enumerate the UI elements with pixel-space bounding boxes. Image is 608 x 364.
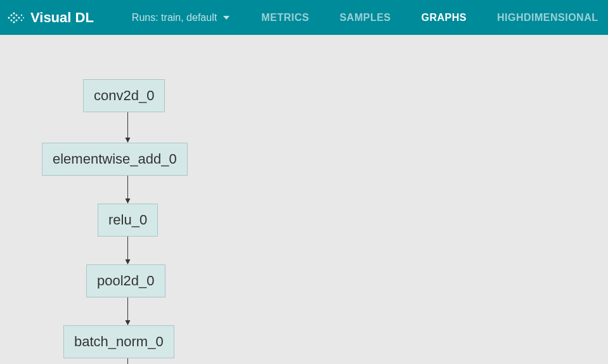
graph-node-elementwise_add_0[interactable]: elementwise_add_0: [42, 143, 188, 176]
graph-edge: [127, 297, 128, 320]
logo[interactable]: Visual DL: [6, 8, 94, 27]
svg-point-1: [11, 14, 13, 16]
graph-node-batch_norm_0[interactable]: batch_norm_0: [63, 325, 174, 358]
arrowhead-icon: [126, 198, 131, 204]
svg-point-3: [13, 12, 15, 14]
arrowhead-icon: [126, 259, 131, 264]
svg-point-8: [18, 16, 20, 18]
svg-point-5: [13, 21, 15, 23]
graph-node-relu_0[interactable]: relu_0: [98, 204, 158, 237]
svg-point-9: [21, 14, 22, 15]
runs-selector[interactable]: Runs: train, default: [132, 12, 230, 23]
graph-edge: [127, 176, 128, 198]
graph-node-conv2d_0[interactable]: conv2d_0: [83, 79, 165, 112]
chevron-down-icon: [223, 16, 230, 20]
graph-edge: [127, 237, 128, 259]
graph-node-pool2d_0[interactable]: pool2d_0: [86, 264, 165, 297]
nav-highdimensional[interactable]: HIGHDIMENSIONAL: [497, 12, 598, 23]
svg-point-7: [16, 19, 18, 21]
runs-label: Runs: train, default: [132, 12, 217, 23]
nav-samples[interactable]: SAMPLES: [340, 12, 391, 23]
graph-edge: [127, 112, 128, 138]
graph-area[interactable]: conv2d_0elementwise_add_0relu_0pool2d_0b…: [0, 35, 608, 364]
svg-point-0: [8, 16, 10, 18]
nav: METRICS SAMPLES GRAPHS HIGHDIMENSIONAL: [261, 12, 598, 23]
nav-graphs[interactable]: GRAPHS: [422, 12, 467, 23]
svg-point-6: [16, 14, 18, 16]
svg-point-2: [11, 19, 13, 21]
svg-point-10: [21, 19, 22, 20]
logo-icon: [6, 8, 25, 27]
header: Visual DL Runs: train, default METRICS S…: [0, 0, 608, 35]
nav-metrics[interactable]: METRICS: [261, 12, 309, 23]
svg-point-11: [23, 17, 24, 18]
arrowhead-icon: [126, 138, 131, 143]
arrowhead-icon: [126, 320, 131, 325]
logo-text: Visual DL: [30, 10, 94, 26]
graph-edge: [127, 358, 128, 364]
svg-point-4: [13, 16, 15, 18]
